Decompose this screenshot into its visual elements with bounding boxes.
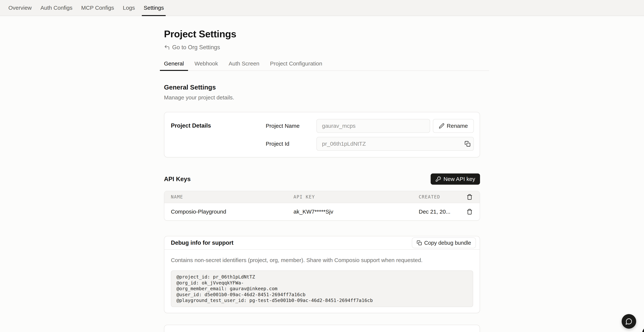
key-icon bbox=[436, 176, 441, 182]
new-api-key-label: New API key bbox=[444, 176, 475, 182]
nav-item-auth-configs[interactable]: Auth Configs bbox=[38, 0, 74, 16]
copy-icon bbox=[464, 141, 470, 147]
next-section-card-stub bbox=[164, 325, 480, 332]
top-navigation: Overview Auth Configs MCP Configs Logs S… bbox=[0, 0, 644, 16]
offscreen-widget-sliver bbox=[642, 326, 644, 332]
nav-item-mcp-configs[interactable]: MCP Configs bbox=[80, 0, 116, 16]
nav-item-settings[interactable]: Settings bbox=[142, 0, 166, 16]
debug-bundle-block: @project_id: pr_06th1pLdNtTZ @org_id: ok… bbox=[171, 270, 473, 307]
project-id-field bbox=[316, 137, 474, 151]
project-id-input[interactable] bbox=[316, 137, 474, 151]
copy-icon bbox=[417, 240, 422, 245]
general-settings-subtitle: Manage your project details. bbox=[164, 94, 480, 101]
debug-card-body: Contains non-secret identifiers (project… bbox=[164, 250, 480, 313]
new-api-key-button[interactable]: New API key bbox=[431, 173, 480, 185]
copy-debug-bundle-button[interactable]: Copy debug bundle bbox=[412, 237, 476, 248]
general-settings-heading: General Settings bbox=[164, 84, 480, 91]
debug-line-user-id: @user_id: d5e001b0-09ac-46d2-8451-2694ff… bbox=[176, 292, 468, 298]
project-details-card: Project Details Project Name Rename Proj… bbox=[164, 112, 480, 157]
api-keys-table-header: NAME API KEY CREATED bbox=[164, 191, 480, 203]
go-to-org-settings-link[interactable]: Go to Org Settings bbox=[164, 44, 220, 51]
project-name-label: Project Name bbox=[266, 123, 316, 129]
debug-card-title: Debug info for support bbox=[171, 239, 234, 246]
delete-api-key-button[interactable] bbox=[464, 209, 472, 215]
trash-icon[interactable] bbox=[464, 194, 472, 200]
main-content: Project Settings Go to Org Settings Gene… bbox=[164, 28, 480, 332]
corner-up-left-icon bbox=[164, 44, 170, 50]
copy-project-id-button[interactable] bbox=[464, 141, 470, 147]
debug-line-playground-test-user-id: @playground_test_user_id: pg-test-d5e001… bbox=[176, 297, 468, 303]
col-header-name: NAME bbox=[171, 194, 294, 200]
project-details-card-title: Project Details bbox=[171, 119, 266, 151]
settings-subtabs: General Webhook Auth Screen Project Conf… bbox=[160, 61, 489, 71]
api-keys-header: API Keys New API key bbox=[164, 173, 480, 185]
page-title: Project Settings bbox=[164, 28, 480, 40]
col-header-created: CREATED bbox=[419, 194, 464, 200]
copy-debug-bundle-label: Copy debug bundle bbox=[424, 240, 471, 246]
pencil-icon bbox=[439, 123, 444, 129]
trash-icon bbox=[466, 209, 472, 215]
debug-description: Contains non-secret identifiers (project… bbox=[171, 257, 473, 263]
table-row: Composio-Playground ak_KW7*****Sjv Dec 2… bbox=[164, 203, 480, 220]
project-id-row: Project Id bbox=[266, 137, 474, 151]
api-key-name-cell: Composio-Playground bbox=[171, 208, 294, 215]
tab-auth-screen[interactable]: Auth Screen bbox=[224, 61, 264, 71]
api-keys-title: API Keys bbox=[164, 176, 191, 183]
rename-button-label: Rename bbox=[447, 123, 468, 129]
project-details-form: Project Name Rename Project Id bbox=[266, 119, 474, 151]
api-key-created-cell: Dec 21, 20... bbox=[419, 208, 464, 215]
go-to-org-settings-label: Go to Org Settings bbox=[172, 44, 220, 51]
project-name-input[interactable] bbox=[316, 119, 430, 133]
tab-webhook[interactable]: Webhook bbox=[190, 61, 222, 71]
nav-item-logs[interactable]: Logs bbox=[121, 0, 137, 16]
debug-info-card: Debug info for support Copy debug bundle… bbox=[164, 236, 480, 313]
api-key-value-cell: ak_KW7*****Sjv bbox=[294, 208, 419, 215]
project-id-label: Project Id bbox=[266, 141, 316, 147]
chat-support-button[interactable] bbox=[622, 314, 636, 329]
debug-line-org-member-email: @org_member_email: gaurav@inkeep.com bbox=[176, 286, 468, 292]
nav-item-overview[interactable]: Overview bbox=[6, 0, 34, 16]
rename-button[interactable]: Rename bbox=[433, 119, 474, 133]
chat-bubble-icon bbox=[625, 318, 632, 325]
api-keys-table: NAME API KEY CREATED Composio-Playground… bbox=[164, 191, 480, 221]
debug-card-header: Debug info for support Copy debug bundle bbox=[164, 236, 480, 250]
debug-line-org-id: @org_id: ok_jVveqqkYFWa- bbox=[176, 280, 468, 286]
project-name-row: Project Name Rename bbox=[266, 119, 474, 133]
col-header-api-key: API KEY bbox=[294, 194, 419, 200]
tab-project-configuration[interactable]: Project Configuration bbox=[266, 61, 326, 71]
project-settings-page: Overview Auth Configs MCP Configs Logs S… bbox=[0, 0, 644, 332]
tab-general[interactable]: General bbox=[160, 61, 188, 71]
debug-line-project-id: @project_id: pr_06th1pLdNtTZ bbox=[176, 274, 468, 280]
